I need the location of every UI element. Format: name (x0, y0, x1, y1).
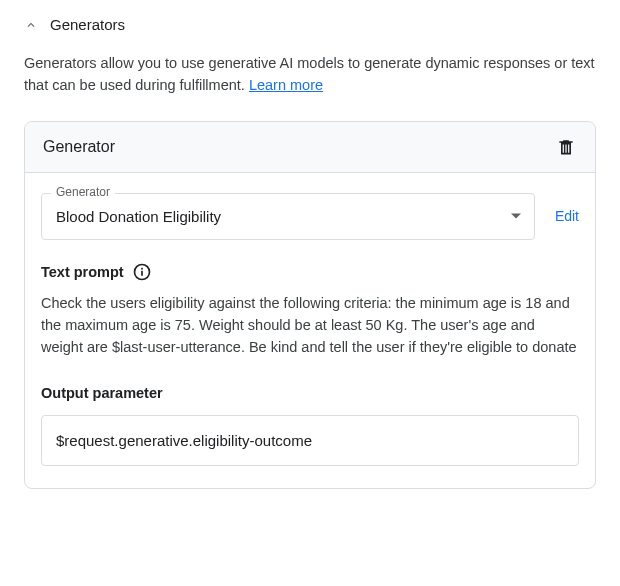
learn-more-link[interactable]: Learn more (249, 77, 323, 93)
generator-select[interactable]: Blood Donation Eligibility (41, 193, 535, 240)
card-title: Generator (43, 138, 115, 156)
section-header[interactable]: Generators (24, 16, 596, 33)
generator-select-row: Generator Blood Donation Eligibility Edi… (41, 193, 579, 240)
select-value: Blood Donation Eligibility (56, 208, 221, 225)
text-prompt-label: Text prompt (41, 264, 124, 280)
generator-card: Generator Generator Blood Donation Eligi… (24, 121, 596, 489)
output-parameter-input[interactable] (41, 415, 579, 466)
generator-select-wrapper: Generator Blood Donation Eligibility (41, 193, 535, 240)
section-title: Generators (50, 16, 125, 33)
text-prompt-content: Check the users eligibility against the … (41, 292, 579, 359)
chevron-down-icon (511, 214, 521, 219)
card-body: Generator Blood Donation Eligibility Edi… (25, 173, 595, 488)
edit-link[interactable]: Edit (555, 208, 579, 224)
info-icon[interactable] (132, 262, 152, 282)
svg-rect-1 (141, 270, 143, 275)
text-prompt-header: Text prompt (41, 262, 579, 282)
output-parameter-label: Output parameter (41, 385, 579, 401)
chevron-up-icon (24, 18, 38, 32)
section-description: Generators allow you to use generative A… (24, 53, 596, 97)
delete-icon[interactable] (555, 136, 577, 158)
svg-rect-2 (141, 267, 143, 269)
card-header: Generator (25, 122, 595, 173)
select-label: Generator (51, 185, 115, 199)
